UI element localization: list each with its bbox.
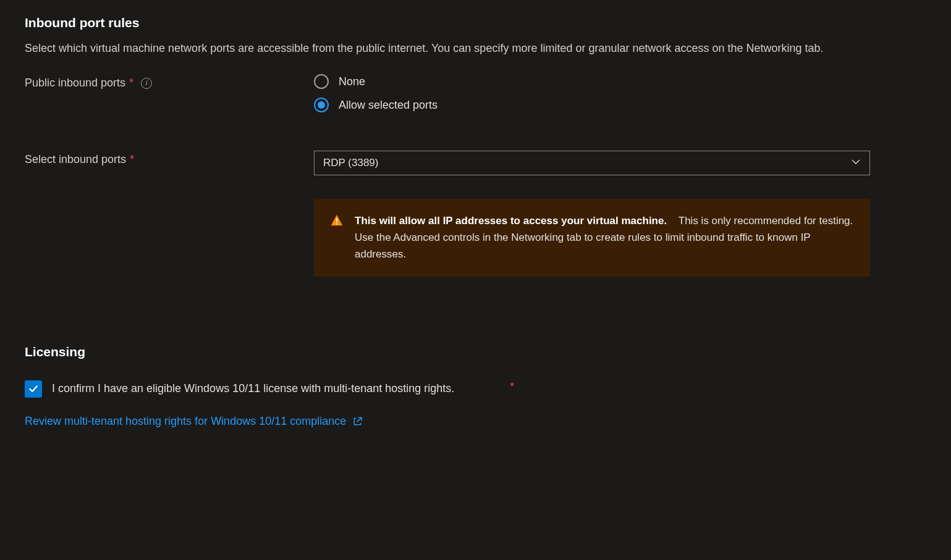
- radio-label-none: None: [339, 75, 365, 88]
- public-inbound-ports-label-text: Public inbound ports: [25, 77, 125, 90]
- required-indicator: *: [130, 153, 134, 166]
- select-inbound-ports-controls: RDP (3389) This will allow all IP addres…: [314, 151, 870, 277]
- warning-text: This will allow all IP addresses to acce…: [355, 212, 854, 263]
- select-inbound-ports-value: RDP (3389): [323, 157, 378, 169]
- warning-text-bold: This will allow all IP addresses to acce…: [355, 215, 667, 227]
- radio-option-allow-selected[interactable]: Allow selected ports: [314, 98, 870, 112]
- public-inbound-ports-controls: None Allow selected ports: [314, 74, 870, 121]
- select-inbound-ports-row: Select inbound ports * RDP (3389) This w…: [25, 151, 926, 277]
- radio-label-allow-selected: Allow selected ports: [339, 99, 437, 112]
- compliance-link[interactable]: Review multi-tenant hosting rights for W…: [25, 415, 363, 428]
- required-indicator: *: [129, 77, 133, 90]
- licensing-confirm-row: I confirm I have an eligible Windows 10/…: [25, 380, 926, 398]
- radio-button-allow-selected[interactable]: [314, 98, 329, 112]
- public-inbound-ports-row: Public inbound ports * i None Allow sele…: [25, 74, 926, 121]
- licensing-heading: Licensing: [25, 345, 926, 359]
- compliance-link-text: Review multi-tenant hosting rights for W…: [25, 415, 346, 428]
- inbound-port-rules-heading: Inbound port rules: [25, 15, 926, 30]
- chevron-down-icon: [851, 157, 861, 169]
- required-indicator: *: [510, 380, 514, 393]
- select-inbound-ports-dropdown[interactable]: RDP (3389): [314, 151, 870, 175]
- warning-icon: [330, 214, 344, 229]
- licensing-confirm-label-wrap: I confirm I have an eligible Windows 10/…: [52, 380, 926, 398]
- svg-rect-1: [336, 224, 337, 225]
- select-inbound-ports-label: Select inbound ports *: [25, 151, 314, 166]
- select-inbound-ports-label-text: Select inbound ports: [25, 153, 126, 166]
- public-inbound-ports-label: Public inbound ports * i: [25, 74, 314, 90]
- external-link-icon: [352, 416, 363, 427]
- svg-rect-0: [336, 218, 337, 222]
- inbound-port-rules-description: Select which virtual machine network por…: [25, 40, 840, 57]
- licensing-confirm-checkbox[interactable]: [25, 380, 42, 398]
- radio-button-none[interactable]: [314, 74, 329, 89]
- info-icon[interactable]: i: [141, 78, 152, 89]
- inbound-ports-warning: This will allow all IP addresses to acce…: [314, 199, 870, 277]
- radio-option-none[interactable]: None: [314, 74, 870, 89]
- licensing-section: Licensing I confirm I have an eligible W…: [25, 345, 926, 428]
- licensing-confirm-label: I confirm I have an eligible Windows 10/…: [52, 380, 454, 398]
